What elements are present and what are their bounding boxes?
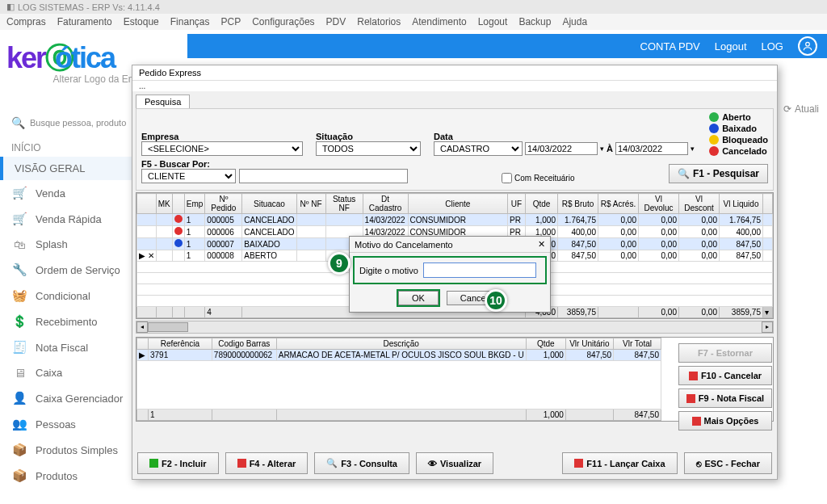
menu-pcp[interactable]: PCP: [220, 16, 241, 27]
data-label: Data: [434, 132, 695, 141]
cart-icon: 🛒: [11, 186, 27, 200]
menu-ajuda[interactable]: Ajuda: [562, 16, 587, 27]
cash-icon: [574, 459, 583, 468]
search-placeholder: Busque pessoa, produto: [30, 118, 126, 128]
modal-title: Pedido Express: [132, 65, 777, 81]
search-icon: 🔍: [11, 116, 25, 129]
dot-baixado-icon: [709, 124, 719, 133]
scrollbar-thumb[interactable]: [148, 322, 188, 332]
menu-pdv[interactable]: PDV: [326, 16, 346, 27]
sidebar-heading-visao: VISÃO GERAL: [15, 162, 85, 174]
boxes-icon: 📦: [11, 468, 27, 483]
register-icon: 🖥: [11, 366, 27, 380]
calendar-icon-2[interactable]: ▾: [691, 145, 695, 153]
log-link[interactable]: LOG: [762, 40, 783, 52]
svg-point-0: [806, 42, 810, 46]
menu-atendimento[interactable]: Atendimento: [412, 16, 466, 27]
cancelar-button[interactable]: F10 - Cancelar: [678, 366, 772, 385]
estornar-button[interactable]: F7 - Estornar: [678, 343, 772, 363]
date-from-input[interactable]: [525, 142, 598, 155]
wrench-icon: 🔧: [11, 262, 27, 277]
window-titlebar: ◧ LOG SISTEMAS - ERP Vs: 4.11.4.4: [0, 0, 827, 14]
table-row[interactable]: 1000005CANCELADO14/03/2022CONSUMIDORPR1,…: [137, 214, 773, 226]
pesquisar-button[interactable]: 🔍 F1 - Pesquisar: [669, 164, 768, 183]
minus-icon: [689, 372, 698, 380]
grid-header-row: MK Emp Nº Pedido Situacao Nº NF Status N…: [137, 194, 773, 214]
menu-backup[interactable]: Backup: [518, 16, 551, 27]
action-column: F7 - Estornar F10 - Cancelar F9 - Nota F…: [678, 343, 772, 430]
empresa-select[interactable]: <SELECIONE>: [141, 141, 303, 156]
menubar: Compras Faturamento Estoque Finanças PCP…: [0, 14, 827, 30]
buscar-label: F5 - Buscar Por:: [141, 159, 408, 169]
situacao-label: Situação: [316, 132, 421, 141]
money-icon: 💲: [11, 314, 27, 329]
tab-pesquisa[interactable]: Pesquisa: [136, 94, 190, 108]
header-bar: CONTA PDV Logout LOG: [187, 34, 827, 58]
menu-logout[interactable]: Logout: [478, 16, 508, 27]
window-title: LOG SISTEMAS - ERP Vs: 4.11.4.4: [18, 2, 160, 12]
scroll-left-icon[interactable]: ◂: [136, 321, 148, 333]
people-icon: 👥: [11, 417, 27, 431]
scroll-down-icon[interactable]: ▾: [763, 307, 773, 318]
refresh-icon: ⟳: [783, 103, 791, 115]
plus-icon: [686, 394, 695, 403]
motivo-label: Digite o motivo: [359, 266, 418, 275]
menu-financas[interactable]: Finanças: [170, 16, 210, 27]
lancar-caixa-button[interactable]: F11 - Lançar Caixa: [562, 452, 677, 474]
search-glass-icon: 🔍: [678, 168, 690, 179]
conta-pdv-link[interactable]: CONTA PDV: [640, 40, 700, 52]
invoice-icon: 🧾: [11, 340, 27, 355]
menu-faturamento[interactable]: Faturamento: [57, 16, 112, 27]
detail-header-row: Referência Codigo Barras Descrição Qtde …: [137, 338, 661, 350]
buscar-input[interactable]: [239, 169, 408, 183]
menu-estoque[interactable]: Estoque: [124, 16, 159, 27]
menu-compras[interactable]: Compras: [6, 16, 46, 27]
tab-row: Pesquisa: [132, 91, 777, 108]
buscar-por-select[interactable]: CLIENTE: [141, 169, 236, 183]
scroll-right-icon[interactable]: ▸: [762, 321, 773, 333]
alterar-button[interactable]: F4 - Alterar: [225, 452, 309, 474]
splash-icon: 🛍: [11, 237, 27, 251]
fechar-button[interactable]: ⎋ESC - Fechar: [684, 452, 772, 474]
consulta-button[interactable]: 🔍F3 - Consulta: [314, 452, 409, 474]
callout-9: 9: [328, 252, 351, 275]
grid-h-scrollbar[interactable]: ◂ ▸: [136, 321, 774, 334]
eye-icon: 👁: [428, 459, 437, 468]
close-icon[interactable]: ✕: [538, 239, 545, 250]
logout-link[interactable]: Logout: [715, 40, 747, 52]
receituario-checkbox[interactable]: [502, 173, 512, 183]
dot-bloqueado-icon: [709, 135, 719, 145]
plus-icon-2: [692, 417, 701, 426]
ok-button[interactable]: OK: [398, 291, 439, 305]
box-icon: 📦: [11, 443, 27, 457]
dot-cancelado-icon: [709, 146, 719, 156]
menu-configuracoes[interactable]: Configurações: [252, 16, 314, 27]
incluir-button[interactable]: F2 - Incluir: [137, 452, 219, 474]
cart-fast-icon: 🛒: [11, 212, 27, 226]
user-avatar-icon[interactable]: [798, 36, 817, 56]
situacao-select[interactable]: TODOS: [316, 141, 421, 156]
menu-relatorios[interactable]: Relatorios: [357, 16, 401, 27]
app-icon: ◧: [6, 2, 15, 12]
nota-fiscal-button[interactable]: F9 - Nota Fiscal: [678, 388, 772, 408]
edit-icon: [237, 459, 246, 468]
calendar-icon[interactable]: ▾: [600, 145, 604, 153]
data-type-select[interactable]: CADASTRO: [434, 141, 523, 156]
callout-10: 10: [485, 289, 507, 312]
modal-subtitle: ...: [132, 81, 777, 91]
date-to-input[interactable]: [615, 142, 688, 155]
bottom-toolbar: F2 - Incluir F4 - Alterar 🔍F3 - Consulta…: [137, 452, 772, 474]
dialog-title: Motivo do Cancelamento: [355, 240, 453, 250]
motivo-input[interactable]: [423, 262, 536, 278]
mais-opcoes-button[interactable]: Mais Opções: [678, 411, 772, 430]
exit-icon: ⎋: [696, 459, 702, 468]
visualizar-button[interactable]: 👁Visualizar: [416, 452, 493, 474]
refresh-button[interactable]: ⟳ Atuali: [783, 103, 819, 115]
manager-icon: 👤: [11, 391, 27, 405]
empresa-label: Empresa: [141, 132, 303, 141]
magnify-icon: 🔍: [326, 458, 338, 468]
detail-row[interactable]: ▶ 3791 7890000000062 ARMACAO DE ACETA-ME…: [137, 350, 661, 361]
filter-panel: Empresa <SELECIONE> Situação TODOS Data …: [136, 108, 774, 191]
dot-aberto-icon: [709, 112, 719, 122]
bag-icon: 🧺: [11, 288, 27, 303]
